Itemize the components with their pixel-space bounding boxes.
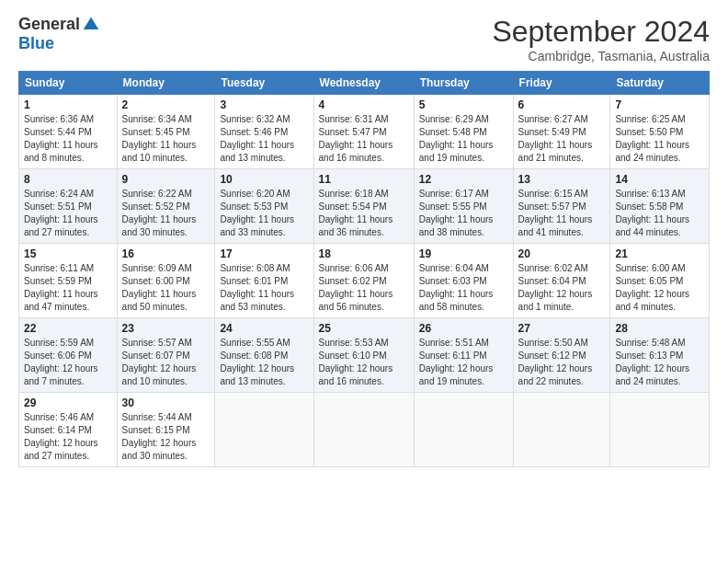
calendar-cell: 25Sunrise: 5:53 AM Sunset: 6:10 PM Dayli… [313, 318, 414, 393]
calendar-cell: 8Sunrise: 6:24 AM Sunset: 5:51 PM Daylig… [19, 169, 118, 244]
calendar-cell [610, 393, 710, 467]
day-info: Sunrise: 5:50 AM Sunset: 6:12 PM Dayligh… [518, 337, 606, 388]
calendar-cell: 13Sunrise: 6:15 AM Sunset: 5:57 PM Dayli… [513, 169, 610, 244]
month-title: September 2024 [492, 15, 710, 49]
calendar-cell [215, 393, 313, 467]
calendar-cell: 5Sunrise: 6:29 AM Sunset: 5:48 PM Daylig… [414, 95, 513, 169]
day-info: Sunrise: 5:51 AM Sunset: 6:11 PM Dayligh… [419, 337, 508, 388]
day-number: 27 [518, 322, 606, 335]
day-number: 20 [518, 247, 606, 260]
calendar-week-row: 15Sunrise: 6:11 AM Sunset: 5:59 PM Dayli… [19, 244, 710, 318]
calendar-cell: 2Sunrise: 6:34 AM Sunset: 5:45 PM Daylig… [117, 95, 215, 169]
calendar-cell: 11Sunrise: 6:18 AM Sunset: 5:54 PM Dayli… [313, 169, 414, 244]
day-info: Sunrise: 6:06 AM Sunset: 6:02 PM Dayligh… [319, 262, 409, 314]
day-info: Sunrise: 6:08 AM Sunset: 6:01 PM Dayligh… [220, 262, 308, 314]
calendar-cell [313, 393, 414, 467]
col-sunday: Sunday [19, 72, 118, 95]
day-number: 23 [122, 322, 210, 335]
calendar-cell: 28Sunrise: 5:48 AM Sunset: 6:13 PM Dayli… [610, 318, 710, 393]
day-number: 18 [319, 247, 409, 260]
day-info: Sunrise: 6:31 AM Sunset: 5:47 PM Dayligh… [319, 113, 409, 165]
day-number: 17 [220, 247, 308, 260]
day-number: 16 [122, 247, 210, 260]
col-saturday: Saturday [610, 72, 710, 95]
day-number: 24 [220, 322, 308, 335]
day-info: Sunrise: 5:57 AM Sunset: 6:07 PM Dayligh… [122, 337, 210, 388]
page: General Blue September 2024 Cambridge, T… [0, 0, 728, 563]
day-number: 19 [419, 247, 508, 260]
day-info: Sunrise: 6:22 AM Sunset: 5:52 PM Dayligh… [122, 188, 210, 239]
calendar-week-row: 8Sunrise: 6:24 AM Sunset: 5:51 PM Daylig… [19, 169, 710, 244]
day-info: Sunrise: 5:53 AM Sunset: 6:10 PM Dayligh… [319, 337, 409, 388]
calendar-cell: 7Sunrise: 6:25 AM Sunset: 5:50 PM Daylig… [610, 95, 710, 169]
day-info: Sunrise: 6:36 AM Sunset: 5:44 PM Dayligh… [24, 113, 112, 165]
day-info: Sunrise: 6:18 AM Sunset: 5:54 PM Dayligh… [319, 188, 409, 239]
calendar-cell: 9Sunrise: 6:22 AM Sunset: 5:52 PM Daylig… [117, 169, 215, 244]
col-tuesday: Tuesday [215, 72, 313, 95]
logo-general: General [18, 15, 80, 34]
day-info: Sunrise: 5:46 AM Sunset: 6:14 PM Dayligh… [24, 411, 112, 463]
col-wednesday: Wednesday [313, 72, 414, 95]
calendar-cell: 29Sunrise: 5:46 AM Sunset: 6:14 PM Dayli… [19, 393, 118, 467]
day-number: 28 [615, 322, 704, 335]
calendar-cell: 21Sunrise: 6:00 AM Sunset: 6:05 PM Dayli… [610, 244, 710, 318]
calendar-cell: 1Sunrise: 6:36 AM Sunset: 5:44 PM Daylig… [19, 95, 118, 169]
day-info: Sunrise: 6:24 AM Sunset: 5:51 PM Dayligh… [24, 188, 112, 239]
calendar-cell: 16Sunrise: 6:09 AM Sunset: 6:00 PM Dayli… [117, 244, 215, 318]
day-number: 3 [220, 98, 308, 111]
day-info: Sunrise: 6:09 AM Sunset: 6:00 PM Dayligh… [122, 262, 210, 314]
day-number: 25 [319, 322, 409, 335]
day-number: 26 [419, 322, 508, 335]
calendar-cell [513, 393, 610, 467]
calendar-cell: 24Sunrise: 5:55 AM Sunset: 6:08 PM Dayli… [215, 318, 313, 393]
calendar-header-row: Sunday Monday Tuesday Wednesday Thursday… [19, 72, 710, 95]
calendar-cell [414, 393, 513, 467]
calendar-cell: 26Sunrise: 5:51 AM Sunset: 6:11 PM Dayli… [414, 318, 513, 393]
title-area: September 2024 Cambridge, Tasmania, Aust… [492, 15, 710, 63]
day-number: 4 [319, 98, 409, 111]
calendar-cell: 15Sunrise: 6:11 AM Sunset: 5:59 PM Dayli… [19, 244, 118, 318]
calendar-week-row: 29Sunrise: 5:46 AM Sunset: 6:14 PM Dayli… [19, 393, 710, 467]
day-info: Sunrise: 6:04 AM Sunset: 6:03 PM Dayligh… [419, 262, 508, 314]
day-number: 12 [419, 173, 508, 186]
day-number: 11 [319, 173, 409, 186]
calendar: Sunday Monday Tuesday Wednesday Thursday… [18, 71, 710, 467]
day-info: Sunrise: 6:20 AM Sunset: 5:53 PM Dayligh… [220, 188, 308, 239]
day-info: Sunrise: 6:15 AM Sunset: 5:57 PM Dayligh… [518, 188, 606, 239]
col-monday: Monday [117, 72, 215, 95]
calendar-cell: 4Sunrise: 6:31 AM Sunset: 5:47 PM Daylig… [313, 95, 414, 169]
calendar-cell: 3Sunrise: 6:32 AM Sunset: 5:46 PM Daylig… [215, 95, 313, 169]
col-friday: Friday [513, 72, 610, 95]
calendar-cell: 6Sunrise: 6:27 AM Sunset: 5:49 PM Daylig… [513, 95, 610, 169]
calendar-cell: 30Sunrise: 5:44 AM Sunset: 6:15 PM Dayli… [117, 393, 215, 467]
day-number: 1 [24, 98, 112, 111]
day-info: Sunrise: 5:44 AM Sunset: 6:15 PM Dayligh… [122, 411, 210, 463]
location-subtitle: Cambridge, Tasmania, Australia [492, 49, 710, 63]
calendar-week-row: 1Sunrise: 6:36 AM Sunset: 5:44 PM Daylig… [19, 95, 710, 169]
logo-blue: Blue [18, 34, 54, 53]
svg-marker-0 [84, 17, 99, 29]
day-info: Sunrise: 6:32 AM Sunset: 5:46 PM Dayligh… [220, 113, 308, 165]
calendar-cell: 19Sunrise: 6:04 AM Sunset: 6:03 PM Dayli… [414, 244, 513, 318]
day-info: Sunrise: 6:27 AM Sunset: 5:49 PM Dayligh… [518, 113, 606, 165]
day-info: Sunrise: 6:02 AM Sunset: 6:04 PM Dayligh… [518, 262, 606, 314]
day-number: 10 [220, 173, 308, 186]
calendar-cell: 14Sunrise: 6:13 AM Sunset: 5:58 PM Dayli… [610, 169, 710, 244]
calendar-week-row: 22Sunrise: 5:59 AM Sunset: 6:06 PM Dayli… [19, 318, 710, 393]
day-info: Sunrise: 5:48 AM Sunset: 6:13 PM Dayligh… [615, 337, 704, 388]
day-number: 5 [419, 98, 508, 111]
day-info: Sunrise: 6:17 AM Sunset: 5:55 PM Dayligh… [419, 188, 508, 239]
calendar-cell: 10Sunrise: 6:20 AM Sunset: 5:53 PM Dayli… [215, 169, 313, 244]
day-number: 30 [122, 396, 210, 409]
day-info: Sunrise: 6:25 AM Sunset: 5:50 PM Dayligh… [615, 113, 704, 165]
day-info: Sunrise: 6:34 AM Sunset: 5:45 PM Dayligh… [122, 113, 210, 165]
day-info: Sunrise: 5:55 AM Sunset: 6:08 PM Dayligh… [220, 337, 308, 388]
calendar-cell: 27Sunrise: 5:50 AM Sunset: 6:12 PM Dayli… [513, 318, 610, 393]
day-number: 2 [122, 98, 210, 111]
day-number: 15 [24, 247, 112, 260]
day-info: Sunrise: 6:13 AM Sunset: 5:58 PM Dayligh… [615, 188, 704, 239]
day-number: 8 [24, 173, 112, 186]
logo-icon [82, 16, 100, 34]
calendar-cell: 23Sunrise: 5:57 AM Sunset: 6:07 PM Dayli… [117, 318, 215, 393]
logo: General [18, 15, 100, 34]
